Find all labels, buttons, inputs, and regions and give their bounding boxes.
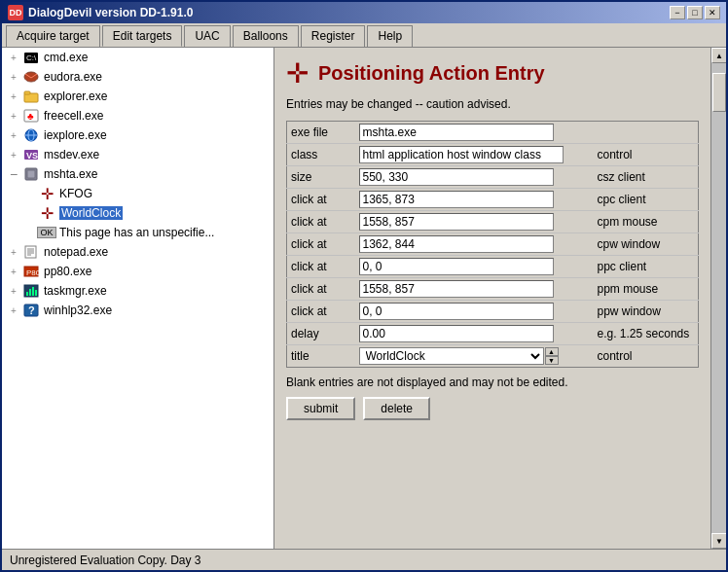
input-cell-click3 (355, 233, 592, 256)
maximize-button[interactable]: □ (687, 6, 703, 19)
section-header: ✛ Positioning Action Entry (286, 57, 699, 89)
table-row-size: size csz client (287, 166, 699, 189)
tree-item-msdev[interactable]: + VS msdev.exe (2, 145, 273, 164)
bottom-buttons: submit delete (286, 397, 699, 420)
input-size[interactable] (359, 168, 554, 186)
tree-item-explorer[interactable]: + explorer.exe (2, 87, 273, 106)
spin-down[interactable]: ▼ (545, 356, 559, 365)
right-size: csz client (592, 166, 699, 189)
input-exefile[interactable] (359, 124, 554, 141)
icon-explorer (21, 89, 41, 104)
input-class[interactable] (359, 146, 564, 163)
input-cell-size (355, 166, 592, 189)
expand-icon-freecell[interactable]: + (6, 111, 21, 122)
tree-label-msdev: msdev.exe (44, 148, 99, 161)
tree-item-freecell[interactable]: + ♣ freecell.exe (2, 106, 273, 125)
icon-mshta (21, 166, 41, 182)
label-click1: click at (287, 189, 355, 211)
tree-item-winhlp32[interactable]: + ? winhlp32.exe (2, 301, 273, 320)
tab-register[interactable]: Register (301, 25, 366, 47)
input-click6[interactable] (359, 303, 554, 320)
tree-item-thispage[interactable]: OK This page has an unspecifie... (2, 223, 273, 242)
label-size: size (287, 166, 355, 189)
svg-text:VS: VS (26, 151, 38, 161)
tab-balloons[interactable]: Balloons (233, 25, 299, 47)
tree-item-cmd[interactable]: + C:\ cmd.exe (2, 48, 273, 67)
label-delay: delay (287, 323, 355, 345)
svg-rect-12 (25, 246, 36, 258)
close-button[interactable]: ✕ (705, 6, 720, 19)
scroll-up-button[interactable]: ▲ (711, 48, 726, 63)
tree-label-mshta: mshta.exe (44, 167, 97, 181)
spin-up[interactable]: ▲ (545, 347, 559, 356)
svg-rect-2 (24, 91, 30, 94)
tab-acquire-target[interactable]: Acquire target (6, 25, 100, 47)
tree-label-kfog: KFOG (59, 187, 92, 200)
tree-item-taskmgr[interactable]: + taskmgr.exe (2, 281, 273, 301)
input-click3[interactable] (359, 235, 554, 253)
right-exefile (592, 122, 699, 144)
minimize-button[interactable]: − (670, 6, 685, 19)
input-cell-exefile (355, 122, 592, 144)
input-click5[interactable] (359, 280, 554, 298)
section-title: Positioning Action Entry (318, 62, 545, 85)
scroll-thumb[interactable] (712, 73, 726, 112)
svg-point-0 (24, 72, 38, 82)
icon-kfog: ✛ (37, 186, 56, 201)
label-click5: click at (287, 278, 355, 301)
expand-icon-explorer[interactable]: + (6, 91, 21, 102)
tree-item-eudora[interactable]: + eudora.exe (2, 67, 273, 87)
tree-item-pp80[interactable]: + P80 pp80.exe (2, 262, 273, 281)
table-row-click1: click at cpc client (287, 189, 699, 211)
table-row-exefile: exe file (287, 122, 699, 144)
input-title[interactable]: WorldClock (359, 347, 544, 365)
expand-icon-pp80[interactable]: + (6, 267, 21, 277)
delete-button[interactable]: delete (363, 397, 430, 420)
tree-item-kfog[interactable]: ✛ KFOG (2, 184, 273, 203)
tab-help[interactable]: Help (367, 25, 413, 47)
expand-icon-winhlp32[interactable]: + (6, 305, 21, 316)
input-delay[interactable] (359, 325, 554, 342)
tree-item-mshta[interactable]: − mshta.exe (2, 164, 273, 184)
icon-msdev: VS (21, 147, 41, 162)
right-click1: cpc client (592, 189, 699, 211)
tree-label-freecell: freecell.exe (44, 109, 103, 123)
title-spinner: ▲ ▼ (545, 347, 559, 365)
expand-icon-iexplore[interactable]: + (6, 130, 21, 141)
tree-label-explorer: explorer.exe (44, 89, 107, 103)
scroll-track[interactable] (711, 63, 726, 533)
section-subtitle: Entries may be changed -- caution advise… (286, 97, 699, 111)
input-cell-click1 (355, 189, 592, 211)
tree-label-iexplore: iexplore.exe (44, 128, 107, 142)
input-click4[interactable] (359, 258, 554, 275)
expand-icon-cmd[interactable]: + (6, 53, 21, 63)
submit-button[interactable]: submit (286, 397, 355, 420)
expand-icon-eudora[interactable]: + (6, 72, 21, 83)
right-scroll-area: ✛ Positioning Action Entry Entries may b… (274, 48, 726, 549)
right-inner: ✛ Positioning Action Entry Entries may b… (274, 48, 710, 430)
right-click5: ppm mouse (592, 278, 699, 301)
input-click2[interactable] (359, 213, 554, 231)
tree-label-worldclock: WorldClock (59, 206, 123, 220)
expand-icon-taskmgr[interactable]: + (6, 286, 21, 297)
input-click1[interactable] (359, 191, 554, 208)
label-click6: click at (287, 301, 355, 323)
label-click3: click at (287, 233, 355, 256)
svg-rect-21 (29, 289, 31, 296)
tree-item-notepad[interactable]: + notepad.exe (2, 242, 273, 262)
table-row-click4: click at ppc client (287, 256, 699, 278)
tree-label-thispage: This page has an unspecifie... (59, 226, 214, 239)
expand-icon-mshta[interactable]: − (6, 167, 21, 181)
expand-icon-msdev[interactable]: + (6, 150, 21, 161)
tree-item-iexplore[interactable]: + iexplore.exe (2, 125, 273, 145)
tab-uac[interactable]: UAC (184, 25, 230, 47)
right-click2: cpm mouse (592, 211, 699, 233)
expand-icon-notepad[interactable]: + (6, 247, 21, 258)
svg-text:?: ? (28, 304, 35, 316)
tab-edit-targets[interactable]: Edit targets (102, 25, 183, 47)
svg-text:♣: ♣ (27, 111, 34, 122)
input-cell-title: WorldClock ▲ ▼ (355, 345, 592, 368)
scroll-down-button[interactable]: ▼ (711, 533, 726, 549)
tree-item-worldclock[interactable]: ✛ WorldClock (2, 203, 273, 223)
icon-freecell: ♣ (21, 108, 41, 124)
